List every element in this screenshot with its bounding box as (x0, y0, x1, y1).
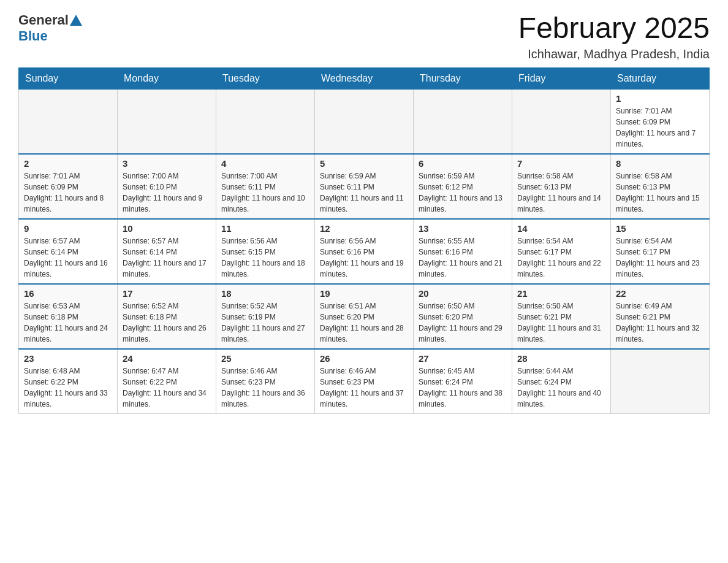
day-number: 22 (616, 288, 704, 299)
calendar-cell: 5Sunrise: 6:59 AMSunset: 6:11 PMDaylight… (315, 154, 414, 219)
weekday-header-sunday: Sunday (19, 67, 118, 89)
month-title: February 2025 (518, 12, 710, 45)
day-info: Sunrise: 7:01 AMSunset: 6:09 PMDaylight:… (24, 170, 112, 215)
day-info: Sunrise: 6:44 AMSunset: 6:24 PMDaylight:… (517, 366, 605, 410)
weekday-header-monday: Monday (118, 67, 216, 89)
day-number: 19 (320, 288, 408, 299)
day-info: Sunrise: 6:50 AMSunset: 6:21 PMDaylight:… (517, 301, 605, 345)
calendar-cell: 17Sunrise: 6:52 AMSunset: 6:18 PMDayligh… (118, 284, 216, 349)
calendar-week-row: 23Sunrise: 6:48 AMSunset: 6:22 PMDayligh… (19, 349, 710, 414)
calendar-cell: 15Sunrise: 6:54 AMSunset: 6:17 PMDayligh… (611, 219, 710, 284)
weekday-header-friday: Friday (512, 67, 611, 89)
day-info: Sunrise: 6:54 AMSunset: 6:17 PMDaylight:… (616, 236, 704, 280)
calendar-cell: 27Sunrise: 6:45 AMSunset: 6:24 PMDayligh… (414, 349, 512, 414)
day-info: Sunrise: 6:48 AMSunset: 6:22 PMDaylight:… (24, 366, 112, 410)
day-number: 10 (123, 223, 211, 234)
calendar-cell: 10Sunrise: 6:57 AMSunset: 6:14 PMDayligh… (118, 219, 216, 284)
weekday-header-wednesday: Wednesday (315, 67, 414, 89)
calendar-week-row: 9Sunrise: 6:57 AMSunset: 6:14 PMDaylight… (19, 219, 710, 284)
logo-triangle-icon (70, 15, 82, 26)
calendar-cell: 8Sunrise: 6:58 AMSunset: 6:13 PMDaylight… (611, 154, 710, 219)
weekday-header-tuesday: Tuesday (216, 67, 315, 89)
day-info: Sunrise: 6:46 AMSunset: 6:23 PMDaylight:… (320, 366, 408, 410)
day-info: Sunrise: 6:56 AMSunset: 6:16 PMDaylight:… (320, 236, 408, 280)
calendar-cell: 2Sunrise: 7:01 AMSunset: 6:09 PMDaylight… (19, 154, 118, 219)
calendar-cell: 3Sunrise: 7:00 AMSunset: 6:10 PMDaylight… (118, 154, 216, 219)
calendar-cell (118, 89, 216, 154)
day-info: Sunrise: 6:57 AMSunset: 6:14 PMDaylight:… (24, 236, 112, 280)
day-info: Sunrise: 6:47 AMSunset: 6:22 PMDaylight:… (123, 366, 211, 410)
day-info: Sunrise: 6:52 AMSunset: 6:19 PMDaylight:… (221, 301, 309, 345)
day-info: Sunrise: 6:46 AMSunset: 6:23 PMDaylight:… (221, 366, 309, 410)
day-number: 18 (221, 288, 309, 299)
day-info: Sunrise: 7:01 AMSunset: 6:09 PMDaylight:… (616, 105, 704, 150)
calendar-cell: 16Sunrise: 6:53 AMSunset: 6:18 PMDayligh… (19, 284, 118, 349)
day-number: 5 (320, 158, 408, 169)
day-number: 16 (24, 288, 112, 299)
calendar-cell: 26Sunrise: 6:46 AMSunset: 6:23 PMDayligh… (315, 349, 414, 414)
day-info: Sunrise: 6:58 AMSunset: 6:13 PMDaylight:… (517, 170, 605, 215)
day-info: Sunrise: 6:53 AMSunset: 6:18 PMDaylight:… (24, 301, 112, 345)
calendar-cell: 28Sunrise: 6:44 AMSunset: 6:24 PMDayligh… (512, 349, 611, 414)
calendar-cell: 11Sunrise: 6:56 AMSunset: 6:15 PMDayligh… (216, 219, 315, 284)
day-info: Sunrise: 6:58 AMSunset: 6:13 PMDaylight:… (616, 170, 704, 215)
logo: General Blue (18, 12, 83, 44)
day-number: 11 (221, 223, 309, 234)
weekday-header-row: SundayMondayTuesdayWednesdayThursdayFrid… (19, 67, 710, 89)
day-number: 2 (24, 158, 112, 169)
day-number: 17 (123, 288, 211, 299)
day-number: 4 (221, 158, 309, 169)
day-info: Sunrise: 6:45 AMSunset: 6:24 PMDaylight:… (419, 366, 507, 410)
calendar-cell: 7Sunrise: 6:58 AMSunset: 6:13 PMDaylight… (512, 154, 611, 219)
logo-general-text: General (18, 12, 69, 28)
day-info: Sunrise: 6:59 AMSunset: 6:12 PMDaylight:… (419, 170, 507, 215)
day-info: Sunrise: 6:55 AMSunset: 6:16 PMDaylight:… (419, 236, 507, 280)
calendar-cell: 6Sunrise: 6:59 AMSunset: 6:12 PMDaylight… (414, 154, 512, 219)
day-number: 25 (221, 353, 309, 364)
page-header: General Blue February 2025 Ichhawar, Mad… (18, 12, 710, 61)
day-number: 13 (419, 223, 507, 234)
calendar-cell (414, 89, 512, 154)
calendar-cell: 21Sunrise: 6:50 AMSunset: 6:21 PMDayligh… (512, 284, 611, 349)
weekday-header-thursday: Thursday (414, 67, 512, 89)
calendar-cell (611, 349, 710, 414)
day-info: Sunrise: 7:00 AMSunset: 6:10 PMDaylight:… (123, 170, 211, 215)
calendar-cell: 4Sunrise: 7:00 AMSunset: 6:11 PMDaylight… (216, 154, 315, 219)
calendar-cell: 20Sunrise: 6:50 AMSunset: 6:20 PMDayligh… (414, 284, 512, 349)
calendar-cell: 9Sunrise: 6:57 AMSunset: 6:14 PMDaylight… (19, 219, 118, 284)
location-subtitle: Ichhawar, Madhya Pradesh, India (518, 47, 710, 61)
calendar-cell: 24Sunrise: 6:47 AMSunset: 6:22 PMDayligh… (118, 349, 216, 414)
day-number: 24 (123, 353, 211, 364)
calendar-cell: 13Sunrise: 6:55 AMSunset: 6:16 PMDayligh… (414, 219, 512, 284)
calendar-cell: 22Sunrise: 6:49 AMSunset: 6:21 PMDayligh… (611, 284, 710, 349)
calendar-cell (512, 89, 611, 154)
day-info: Sunrise: 6:59 AMSunset: 6:11 PMDaylight:… (320, 170, 408, 215)
weekday-header-saturday: Saturday (611, 67, 710, 89)
calendar-cell: 12Sunrise: 6:56 AMSunset: 6:16 PMDayligh… (315, 219, 414, 284)
day-number: 12 (320, 223, 408, 234)
day-info: Sunrise: 6:50 AMSunset: 6:20 PMDaylight:… (419, 301, 507, 345)
calendar-cell (315, 89, 414, 154)
day-number: 15 (616, 223, 704, 234)
day-number: 27 (419, 353, 507, 364)
calendar-week-row: 2Sunrise: 7:01 AMSunset: 6:09 PMDaylight… (19, 154, 710, 219)
day-number: 28 (517, 353, 605, 364)
day-number: 3 (123, 158, 211, 169)
calendar-cell: 1Sunrise: 7:01 AMSunset: 6:09 PMDaylight… (611, 89, 710, 154)
calendar-table: SundayMondayTuesdayWednesdayThursdayFrid… (18, 67, 710, 414)
calendar-cell: 25Sunrise: 6:46 AMSunset: 6:23 PMDayligh… (216, 349, 315, 414)
calendar-week-row: 16Sunrise: 6:53 AMSunset: 6:18 PMDayligh… (19, 284, 710, 349)
calendar-cell: 14Sunrise: 6:54 AMSunset: 6:17 PMDayligh… (512, 219, 611, 284)
calendar-cell (216, 89, 315, 154)
day-number: 26 (320, 353, 408, 364)
day-info: Sunrise: 6:51 AMSunset: 6:20 PMDaylight:… (320, 301, 408, 345)
calendar-cell: 19Sunrise: 6:51 AMSunset: 6:20 PMDayligh… (315, 284, 414, 349)
day-info: Sunrise: 6:57 AMSunset: 6:14 PMDaylight:… (123, 236, 211, 280)
calendar-cell: 23Sunrise: 6:48 AMSunset: 6:22 PMDayligh… (19, 349, 118, 414)
day-number: 9 (24, 223, 112, 234)
day-info: Sunrise: 6:49 AMSunset: 6:21 PMDaylight:… (616, 301, 704, 345)
day-number: 7 (517, 158, 605, 169)
day-number: 1 (616, 93, 704, 104)
calendar-cell (19, 89, 118, 154)
day-info: Sunrise: 6:52 AMSunset: 6:18 PMDaylight:… (123, 301, 211, 345)
